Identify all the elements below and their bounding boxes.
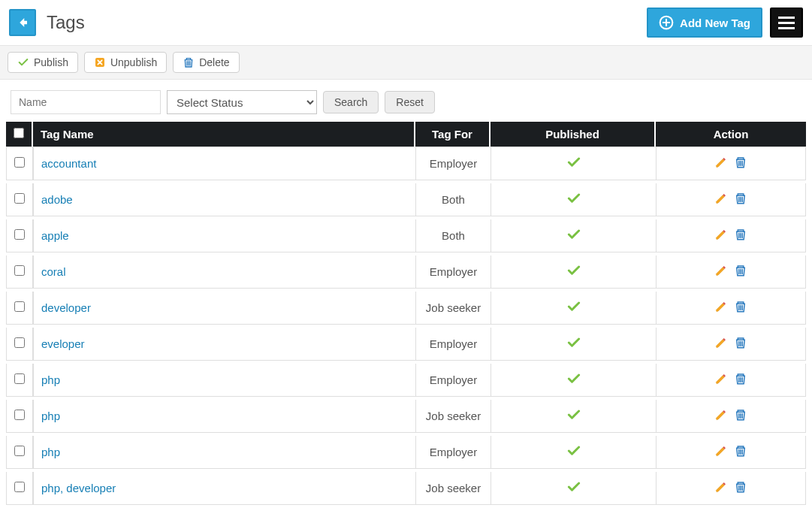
row-checkbox[interactable] <box>14 373 25 384</box>
published-icon[interactable] <box>566 304 581 316</box>
delete-row-icon[interactable] <box>734 228 747 243</box>
row-checkbox[interactable] <box>14 301 25 312</box>
tag-for-cell: Job seeker <box>415 292 491 325</box>
page-title: Tags <box>47 12 85 33</box>
table-row: developerJob seeker <box>6 292 806 325</box>
published-icon[interactable] <box>566 412 581 425</box>
table-row: phpEmployer <box>6 436 806 469</box>
unpublish-button[interactable]: Unpublish <box>84 52 167 73</box>
delete-row-icon[interactable] <box>734 480 747 496</box>
tag-for-cell: Employer <box>415 436 491 469</box>
tag-name-link[interactable]: php, developer <box>41 482 116 494</box>
page-header: Tags Add New Tag <box>0 0 812 46</box>
tag-for-cell: Employer <box>415 147 491 180</box>
hamburger-icon <box>778 17 795 19</box>
tag-name-link[interactable]: accountant <box>41 157 96 170</box>
edit-icon[interactable] <box>714 372 728 388</box>
delete-row-icon[interactable] <box>734 336 747 352</box>
tag-for-cell: Employer <box>415 364 491 397</box>
edit-icon[interactable] <box>714 264 728 280</box>
table-row: eveloperEmployer <box>6 328 806 361</box>
status-filter-select[interactable]: Select Status <box>167 90 317 114</box>
tag-for-cell: Both <box>415 183 491 216</box>
edit-icon[interactable] <box>714 192 728 207</box>
delete-row-icon[interactable] <box>734 444 747 460</box>
filter-bar: Select Status Search Reset <box>0 80 812 122</box>
row-checkbox[interactable] <box>14 265 25 276</box>
bulk-action-toolbar: Publish Unpublish Delete <box>0 46 812 80</box>
tag-for-cell: Job seeker <box>415 400 491 433</box>
add-new-tag-button[interactable]: Add New Tag <box>647 8 762 38</box>
published-icon[interactable] <box>566 448 581 461</box>
delete-row-icon[interactable] <box>734 408 747 424</box>
table-row: accountantEmployer <box>6 147 806 180</box>
delete-row-icon[interactable] <box>734 300 747 316</box>
pagination: 12Next <box>0 517 812 523</box>
select-all-checkbox[interactable] <box>14 128 24 138</box>
published-icon[interactable] <box>566 231 581 244</box>
reset-button[interactable]: Reset <box>385 91 435 113</box>
plus-circle-icon <box>659 15 674 30</box>
tag-name-link[interactable]: coral <box>41 265 66 278</box>
publish-button[interactable]: Publish <box>8 52 78 73</box>
row-checkbox[interactable] <box>14 410 25 420</box>
x-square-icon <box>94 56 106 68</box>
table-row: coralEmployer <box>6 255 806 289</box>
published-header[interactable]: Published <box>491 122 656 147</box>
edit-icon[interactable] <box>714 228 728 243</box>
menu-button[interactable] <box>770 8 803 38</box>
row-checkbox[interactable] <box>14 482 25 492</box>
tag-name-link[interactable]: developer <box>41 301 91 314</box>
select-all-header <box>6 122 33 147</box>
edit-icon[interactable] <box>714 336 728 352</box>
add-new-tag-label: Add New Tag <box>680 17 750 29</box>
name-filter-input[interactable] <box>11 90 161 114</box>
back-button[interactable] <box>9 9 36 36</box>
tag-for-cell: Employer <box>415 328 491 361</box>
edit-icon[interactable] <box>714 480 728 496</box>
tag-name-link[interactable]: php <box>41 410 60 422</box>
table-row: phpJob seeker <box>6 400 806 433</box>
tags-table: Tag Name Tag For Published Action accoun… <box>6 122 806 505</box>
delete-button[interactable]: Delete <box>173 52 239 73</box>
tag-name-link[interactable]: php <box>41 446 60 458</box>
delete-row-icon[interactable] <box>734 156 747 171</box>
delete-row-icon[interactable] <box>734 192 747 207</box>
table-row: php, developerJob seeker <box>6 472 806 505</box>
tag-name-link[interactable]: adobe <box>41 193 73 206</box>
tag-for-cell: Job seeker <box>415 472 491 505</box>
row-checkbox[interactable] <box>14 193 25 204</box>
published-icon[interactable] <box>566 195 581 208</box>
published-icon[interactable] <box>566 340 581 352</box>
delete-row-icon[interactable] <box>734 372 747 388</box>
delete-label: Delete <box>199 56 229 68</box>
edit-icon[interactable] <box>714 408 728 424</box>
table-row: appleBoth <box>6 219 806 252</box>
published-icon[interactable] <box>566 159 581 172</box>
tag-name-link[interactable]: php <box>41 373 60 386</box>
tag-for-cell: Employer <box>415 255 491 289</box>
delete-row-icon[interactable] <box>734 264 747 280</box>
row-checkbox[interactable] <box>14 337 25 348</box>
row-checkbox[interactable] <box>14 229 25 240</box>
row-checkbox[interactable] <box>14 446 25 456</box>
table-row: adobeBoth <box>6 183 806 216</box>
published-icon[interactable] <box>566 376 581 388</box>
check-icon <box>17 56 29 68</box>
tag-name-link[interactable]: eveloper <box>41 337 85 350</box>
published-icon[interactable] <box>566 484 581 497</box>
tag-name-header[interactable]: Tag Name <box>33 122 415 147</box>
edit-icon[interactable] <box>714 300 728 316</box>
edit-icon[interactable] <box>714 444 728 460</box>
action-header: Action <box>656 122 806 147</box>
tag-for-header[interactable]: Tag For <box>415 122 491 147</box>
back-arrow-icon <box>16 16 29 29</box>
row-checkbox[interactable] <box>14 157 25 168</box>
edit-icon[interactable] <box>714 156 728 171</box>
tag-name-link[interactable]: apple <box>41 229 69 242</box>
search-button[interactable]: Search <box>323 91 379 113</box>
publish-label: Publish <box>34 56 68 68</box>
tag-for-cell: Both <box>415 219 491 252</box>
published-icon[interactable] <box>566 268 581 280</box>
unpublish-label: Unpublish <box>110 56 157 68</box>
